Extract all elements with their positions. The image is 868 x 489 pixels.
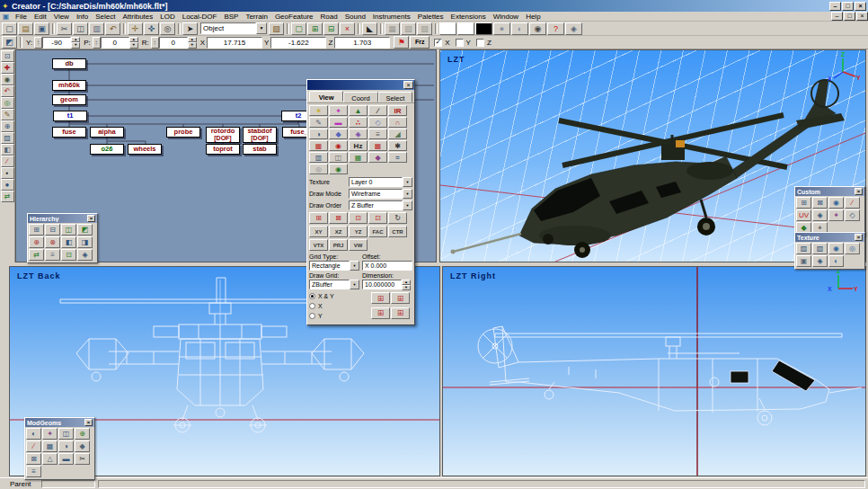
draw-mode-combo[interactable]: Wireframe ▼ <box>349 189 412 199</box>
eye-tool-icon[interactable]: ◉ <box>1 74 14 85</box>
close-icon[interactable]: × <box>403 81 413 89</box>
node-db[interactable]: db <box>52 58 86 69</box>
minimize-icon[interactable]: – <box>829 2 841 11</box>
close-icon[interactable]: × <box>84 419 93 426</box>
mdi-document-icon[interactable]: ▣ <box>0 13 12 21</box>
custom-uv-edit-icon[interactable]: UV <box>796 209 811 221</box>
plane-button-3[interactable]: FAC <box>368 226 387 237</box>
texture-layer-combo[interactable]: Layer 0 ▼ <box>349 177 412 187</box>
window-icon-icon[interactable]: ◫ <box>329 152 348 163</box>
roll-field[interactable]: 0 <box>159 37 188 49</box>
snap-button-1[interactable]: PRJ <box>329 239 348 251</box>
pitch-field[interactable]: 0 <box>101 37 129 49</box>
node-mh60k[interactable]: mh60k <box>52 80 86 91</box>
custom-slash-icon[interactable]: ∕ <box>845 197 860 209</box>
chevron-down-icon[interactable]: ▼ <box>350 280 359 289</box>
draw-order-combo[interactable]: Z Buffer ▼ <box>349 200 412 210</box>
sketch-icon[interactable]: ✎ <box>309 117 328 128</box>
chevron-down-icon[interactable]: ▼ <box>256 22 267 34</box>
palette-title-bar[interactable]: ModGeoms × <box>25 418 94 427</box>
tex-map-icon[interactable]: ▧ <box>812 243 828 254</box>
texture-page-btn-icon[interactable]: ▧ <box>269 22 284 35</box>
menu-item-5[interactable]: Attributes <box>119 13 156 21</box>
mg-box-cut-icon[interactable]: ⊠ <box>26 453 41 465</box>
plane-button-1[interactable]: XZ <box>329 226 348 237</box>
swatch-white-1-icon[interactable] <box>439 22 456 35</box>
waves-icon[interactable]: ≈ <box>388 152 407 163</box>
mg-add-icon[interactable]: ⊕ <box>75 428 90 440</box>
flag-icon[interactable]: ⚑ <box>394 36 409 49</box>
view-properties-dialog[interactable]: × View Coord Select ☀✦▲∕IR✎▬∴◇∩◑◆◈≡◢▦◉Hz… <box>306 79 415 325</box>
star-icon[interactable]: ✱ <box>388 140 407 151</box>
tree-icon[interactable]: ▲ <box>349 105 368 116</box>
mg-slab-icon[interactable]: ▬ <box>58 453 74 465</box>
modgeom-palette[interactable]: ModGeoms × ◐✦◫⊕∕▦◑◆⊠△▬✂≡ <box>24 417 95 480</box>
select-clear-icon[interactable]: × <box>340 22 355 35</box>
close-icon[interactable]: × <box>855 2 866 11</box>
heading-spinner[interactable]: ▲▼ <box>71 37 80 49</box>
node-alpha[interactable]: alpha <box>90 127 124 138</box>
hier-insert-icon[interactable]: ⊡ <box>61 249 76 261</box>
menu-item-12[interactable]: Sound <box>341 13 369 21</box>
restore-icon[interactable]: □ <box>842 2 854 11</box>
mdi-minimize-icon[interactable]: – <box>831 12 843 21</box>
new-file-icon[interactable]: ▢ <box>2 22 17 35</box>
select-marquee-icon[interactable]: ▢ <box>291 22 306 35</box>
radio-x[interactable]: X <box>309 302 371 310</box>
grid-rotate-icon[interactable]: ↻ <box>388 212 407 224</box>
mg-slice-icon[interactable]: ∕ <box>26 440 41 452</box>
draw-grid-combo[interactable]: ZBuffer ▼ <box>309 280 359 289</box>
select-arrow-icon[interactable]: ➤ <box>182 22 198 35</box>
lit-sphere-icon[interactable]: ◐ <box>511 22 528 35</box>
radio-y[interactable]: Y <box>309 312 371 320</box>
vertex-tool-icon[interactable]: ✚ <box>1 62 14 74</box>
tunnel-icon[interactable]: ∩ <box>388 117 407 128</box>
hier-reorder-icon[interactable]: ≡ <box>45 249 60 261</box>
pitch-step-button[interactable]: ∶ <box>93 37 101 49</box>
tab-coord[interactable]: Coord <box>343 92 377 102</box>
spin-down-icon[interactable]: ▼ <box>129 42 138 49</box>
mg-scissors-icon[interactable]: ✂ <box>75 453 90 465</box>
disabled-tool-1-icon[interactable]: ▦ <box>385 22 400 35</box>
trackplane-axes-icon[interactable]: ⊠ <box>329 212 348 224</box>
trackplane-grid-icon[interactable]: ⊞ <box>309 212 328 224</box>
save-file-icon[interactable]: ▣ <box>34 22 49 35</box>
hier-ungroup-icon[interactable]: ◩ <box>77 224 93 236</box>
pencil-tool-icon[interactable]: ✎ <box>1 109 14 120</box>
chevron-down-icon[interactable]: ▼ <box>403 177 412 187</box>
grid-preset-2-icon[interactable]: ⊞ <box>391 292 410 304</box>
hier-demote-icon[interactable]: ◨ <box>77 236 93 248</box>
material-icon[interactable]: ✦ <box>329 105 348 116</box>
tab-view[interactable]: View <box>309 91 343 102</box>
menu-item-16[interactable]: Window <box>490 13 522 21</box>
chevron-down-icon[interactable]: ▼ <box>350 261 359 271</box>
node-geom[interactable]: geom <box>52 94 86 105</box>
draw-order-value[interactable]: Z Buffer <box>349 200 403 210</box>
menu-item-1[interactable]: Edit <box>31 13 50 21</box>
node-rotordo[interactable]: rotordo [DOF] <box>206 127 240 143</box>
palette-title-bar[interactable]: Texture × <box>795 233 864 242</box>
hier-attach-icon[interactable]: ⊕ <box>29 236 44 248</box>
snap-button-0[interactable]: VTX <box>309 239 328 251</box>
mg-shell-icon[interactable]: ◑ <box>58 440 74 452</box>
y-field[interactable]: -1.622 <box>270 37 326 49</box>
mg-gem-icon[interactable]: ◆ <box>75 440 90 452</box>
target-tool-icon[interactable]: ◎ <box>1 97 14 109</box>
offset-field[interactable]: X 0.000 <box>362 261 412 271</box>
menu-item-8[interactable]: BSP <box>220 13 242 21</box>
grid-snap-2-icon[interactable]: ⊡ <box>368 212 387 224</box>
texture-palette[interactable]: Texture × ▨▧◉◎▣◈◐ <box>794 232 865 270</box>
swatch-white-2-icon[interactable] <box>457 22 474 35</box>
palette-title-bar[interactable]: Custom × <box>795 187 864 196</box>
custom-palette[interactable]: Custom × ⊞⊠◉∕UV◈✦◇◆⌖ <box>794 186 865 236</box>
slope-icon[interactable]: ∕ <box>368 105 387 116</box>
heading-step-button[interactable]: ∶ <box>34 37 42 49</box>
mg-panels-icon[interactable]: ◫ <box>58 428 74 440</box>
dimension-spinner[interactable]: ▲▼ <box>402 280 411 289</box>
close-icon[interactable]: × <box>87 215 95 222</box>
menu-item-10[interactable]: GeoFeature <box>271 13 317 21</box>
hier-link-icon[interactable]: ⇄ <box>29 249 44 261</box>
face-select-tool-icon[interactable]: ◧ <box>1 144 14 156</box>
select-shrink-icon[interactable]: ⊟ <box>323 22 339 35</box>
menu-item-2[interactable]: View <box>50 13 73 21</box>
